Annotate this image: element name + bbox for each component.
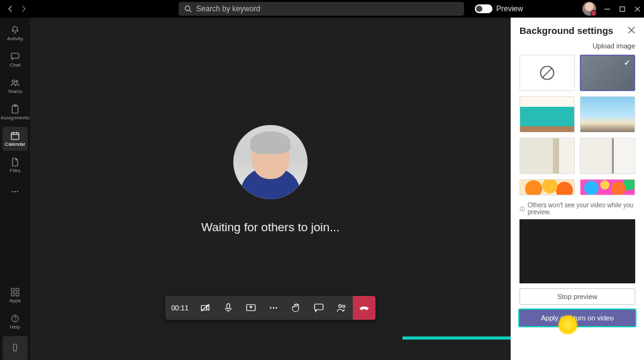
title-bar: Search by keyword Preview (0, 0, 644, 18)
nav-label: Calendar (5, 141, 25, 147)
nav-label: Activity (7, 36, 23, 41)
preview-info-text: Others won't see your video while you pr… (511, 195, 644, 219)
nav-label: Files (10, 168, 21, 173)
mobile-icon (9, 343, 21, 353)
svg-point-30 (273, 307, 274, 308)
waiting-text: Waiting for others to join... (201, 221, 340, 234)
apply-turn-on-video-button[interactable]: Apply and turn on video (519, 310, 635, 326)
panel-title: Background settings (519, 25, 613, 36)
nav-more[interactable] (3, 180, 28, 204)
svg-point-31 (275, 307, 277, 308)
nav-assignments[interactable]: Assignments (3, 101, 28, 124)
svg-point-33 (339, 305, 342, 308)
nav-activity[interactable]: Activity (3, 21, 28, 45)
nav-calendar[interactable]: Calendar (3, 127, 28, 151)
nav-back-button[interactable] (6, 4, 15, 13)
svg-line-1 (189, 10, 191, 12)
svg-rect-19 (16, 288, 19, 292)
nav-label: Assignments (1, 115, 30, 121)
svg-rect-20 (11, 293, 14, 296)
calendar-icon (9, 131, 21, 141)
bg-option-none[interactable] (519, 55, 575, 91)
search-icon (184, 4, 192, 13)
nav-label: Help (10, 324, 20, 330)
app-sidebar: Activity Chat Teams Assignments Calendar… (0, 18, 30, 360)
bg-option-image[interactable] (519, 138, 575, 174)
preview-toggle-label: Preview (496, 4, 523, 13)
nav-label: Apps (9, 298, 21, 303)
svg-point-29 (270, 307, 271, 308)
bg-option-blur[interactable] (580, 55, 635, 91)
ellipsis-icon (9, 187, 21, 197)
bg-option-image[interactable] (580, 138, 635, 174)
svg-point-42 (522, 207, 523, 208)
window-maximize-button[interactable] (618, 4, 626, 13)
svg-point-17 (17, 190, 18, 192)
share-screen-button[interactable] (240, 296, 262, 320)
info-icon (519, 205, 525, 212)
svg-point-16 (14, 190, 16, 192)
assignments-icon (9, 104, 21, 114)
window-minimize-button[interactable] (602, 4, 611, 13)
svg-rect-3 (619, 6, 624, 11)
camera-toggle-button[interactable] (194, 296, 217, 320)
svg-rect-11 (11, 133, 19, 139)
svg-point-0 (185, 6, 189, 10)
bg-option-image[interactable] (580, 179, 635, 195)
nav-help[interactable]: Help (3, 310, 28, 334)
panel-close-button[interactable] (628, 26, 636, 35)
search-input[interactable]: Search by keyword (179, 2, 464, 16)
svg-rect-6 (11, 53, 19, 58)
meeting-toolbar: 00:11 (165, 296, 375, 320)
svg-point-8 (16, 80, 18, 82)
meeting-stage: Waiting for others to join... 00:11 (30, 18, 511, 360)
svg-rect-27 (227, 303, 230, 308)
call-timer: 00:11 (165, 304, 194, 312)
svg-rect-21 (16, 293, 19, 296)
window-close-button[interactable] (633, 4, 641, 13)
prohibit-icon (538, 63, 557, 82)
svg-point-23 (14, 320, 15, 320)
upload-image-link[interactable]: Upload image (511, 40, 644, 55)
svg-point-15 (12, 190, 13, 192)
nav-files[interactable]: Files (3, 153, 28, 177)
bg-option-image[interactable] (519, 96, 575, 133)
files-icon (9, 157, 21, 167)
bell-icon (9, 25, 21, 35)
annotation-highlight-box: Apply and turn on video (518, 308, 636, 327)
teams-icon (9, 78, 21, 88)
chat-icon (9, 52, 21, 62)
current-user-avatar[interactable] (582, 2, 596, 16)
chat-button[interactable] (308, 296, 330, 320)
bg-option-image[interactable] (580, 96, 635, 133)
more-actions-button[interactable] (262, 296, 285, 320)
participant-avatar (233, 125, 308, 199)
video-preview (519, 219, 635, 283)
background-settings-panel: Background settings Upload image (511, 18, 644, 360)
nav-teams[interactable]: Teams (3, 74, 28, 98)
bg-option-image[interactable] (519, 179, 575, 195)
nav-chat[interactable]: Chat (3, 48, 28, 72)
apps-icon (9, 287, 21, 297)
nav-label: Teams (8, 89, 23, 94)
preview-toggle[interactable]: Preview (475, 4, 523, 13)
background-options-grid (511, 55, 644, 195)
search-placeholder-text: Search by keyword (196, 4, 260, 13)
svg-point-7 (12, 80, 14, 82)
nav-download-mobile[interactable] (3, 336, 28, 360)
help-icon (9, 314, 21, 324)
stop-preview-button[interactable]: Stop preview (519, 288, 635, 305)
svg-rect-18 (11, 288, 14, 292)
toggle-switch-icon (475, 4, 492, 13)
svg-line-40 (543, 68, 552, 78)
raise-hand-button[interactable] (285, 296, 308, 320)
nav-label: Chat (10, 62, 21, 68)
svg-point-34 (343, 305, 345, 308)
svg-rect-32 (314, 304, 323, 310)
participants-button[interactable] (330, 296, 353, 320)
svg-point-25 (14, 349, 15, 350)
mic-toggle-button[interactable] (217, 296, 240, 320)
nav-forward-button[interactable] (19, 4, 28, 13)
hang-up-button[interactable] (353, 296, 375, 320)
nav-apps[interactable]: Apps (3, 283, 28, 307)
